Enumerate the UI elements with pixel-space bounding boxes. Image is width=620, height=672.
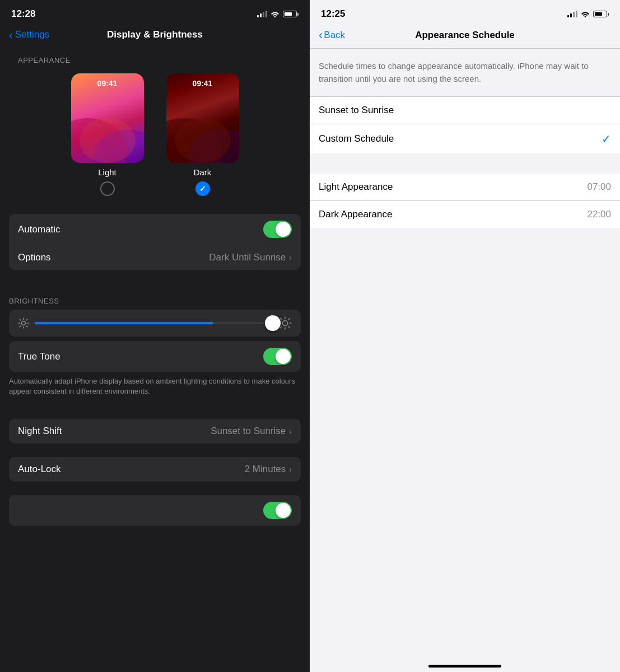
left-nav-bar: ‹ Settings Display & Brightness [0,25,310,47]
light-label: Light [98,167,116,177]
auto-lock-value: 2 Minutes [245,464,286,475]
true-tone-row: True Tone [9,341,301,372]
true-tone-knob [276,349,291,364]
settings-back-button[interactable]: ‹ Settings [9,29,49,40]
custom-schedule-label: Custom Schedule [319,133,394,144]
night-shift-group: Night Shift Sunset to Sunrise › [9,419,301,444]
right-status-icons [567,11,609,17]
appearance-section: APPEARANCE 09:41 Light 09:41 [0,47,310,214]
appearance-times-group: Light Appearance 07:00 Dark Appearance 2… [310,174,620,228]
brightness-section-label: BRIGHTNESS [0,288,310,310]
true-tone-toggle[interactable] [263,348,292,365]
light-appearance-label: Light Appearance [319,181,393,193]
night-shift-value-group: Sunset to Sunrise › [211,426,292,437]
dark-appearance-card[interactable]: 09:41 Dark ✓ [166,73,239,196]
svg-line-14 [20,326,21,327]
auto-lock-value-group: 2 Minutes › [245,464,292,475]
svg-point-15 [283,321,288,326]
right-nav-bar: ‹ Back Appearance Schedule [310,25,620,49]
light-appearance-row[interactable]: Light Appearance 07:00 [310,174,620,201]
dark-radio[interactable]: ✓ [195,181,210,196]
back-icon: ‹ [319,29,323,41]
auto-lock-row[interactable]: Auto-Lock 2 Minutes › [9,457,301,482]
automatic-options-group: Automatic Options Dark Until Sunrise › [9,214,301,270]
svg-line-23 [281,326,282,328]
right-signal-icon [567,11,577,17]
brightness-min-icon [18,318,29,329]
brightness-thumb[interactable] [265,315,281,331]
schedule-type-group: Sunset to Sunrise Custom Schedule ✓ [310,97,620,153]
wifi-icon [271,11,279,17]
night-shift-value: Sunset to Sunrise [211,426,286,437]
svg-point-6 [22,321,26,325]
svg-line-11 [20,319,21,320]
left-status-icons [257,11,299,17]
night-shift-chevron-icon: › [289,427,292,436]
brightness-fill [35,322,213,324]
right-time: 12:25 [321,8,345,20]
back-button[interactable]: ‹ Back [319,29,345,41]
toggle-knob [276,222,291,237]
home-indicator [428,665,501,668]
automatic-row: Automatic [9,214,301,245]
light-preview: 09:41 [71,73,144,163]
options-label: Options [18,252,51,263]
settings-back-label: Settings [15,29,49,40]
custom-schedule-row[interactable]: Custom Schedule ✓ [310,124,620,153]
svg-point-2 [80,118,136,163]
back-label: Back [324,30,345,41]
svg-line-12 [26,326,27,327]
left-status-bar: 12:28 [0,0,310,25]
dark-radio-check: ✓ [199,184,206,193]
options-value: Dark Until Sunrise [209,252,286,263]
description-block: Schedule times to change appearance auto… [310,49,620,97]
dark-appearance-row[interactable]: Dark Appearance 22:00 [310,201,620,228]
auto-lock-group: Auto-Lock 2 Minutes › [9,457,301,482]
bottom-toggle[interactable] [263,502,292,519]
bottom-toggle-knob [276,503,291,518]
appearance-cards: 09:41 Light 09:41 [9,69,301,205]
automatic-toggle[interactable] [263,221,292,238]
right-status-bar: 12:25 [310,0,620,25]
light-radio[interactable] [100,181,115,196]
left-time: 12:28 [11,8,35,20]
svg-line-20 [281,319,282,320]
brightness-track[interactable] [35,322,273,324]
custom-schedule-check-icon: ✓ [602,132,611,146]
brightness-slider-row[interactable] [9,310,301,337]
battery-icon [283,11,299,17]
dark-appearance-time: 22:00 [587,209,611,220]
dark-wallpaper [166,73,239,163]
options-value-group: Dark Until Sunrise › [209,252,292,263]
dark-appearance-label: Dark Appearance [319,209,392,220]
right-nav-title: Appearance Schedule [415,30,515,41]
light-appearance-time: 07:00 [587,181,611,193]
right-bottom-area [310,228,620,672]
right-wifi-icon [581,11,590,17]
bottom-toggle-row [9,495,301,526]
svg-point-5 [175,118,231,163]
sunset-sunrise-label: Sunset to Sunrise [319,105,394,116]
dark-preview: 09:41 [166,73,239,163]
right-panel: 12:25 ‹ Back Appearance Sched [310,0,620,672]
automatic-label: Automatic [18,224,60,235]
right-battery-icon [593,11,609,17]
section-gap [310,153,620,174]
auto-lock-chevron-icon: › [289,465,292,474]
night-shift-label: Night Shift [18,426,62,437]
sunset-sunrise-row[interactable]: Sunset to Sunrise [310,97,620,124]
left-panel: 12:28 ‹ Settings Display & Brightness AP… [0,0,310,672]
true-tone-group: True Tone [9,341,301,372]
appearance-section-label: APPEARANCE [9,47,301,69]
options-row[interactable]: Options Dark Until Sunrise › [9,245,301,270]
options-chevron-icon: › [289,253,292,262]
true-tone-description: Automatically adapt iPhone display based… [0,372,310,405]
dark-label: Dark [194,167,212,177]
true-tone-label: True Tone [18,351,60,362]
light-appearance-card[interactable]: 09:41 Light [71,73,144,196]
svg-line-22 [288,319,290,320]
bottom-toggle-group [9,495,301,526]
svg-line-13 [26,319,27,320]
night-shift-row[interactable]: Night Shift Sunset to Sunrise › [9,419,301,444]
svg-line-21 [288,326,290,328]
